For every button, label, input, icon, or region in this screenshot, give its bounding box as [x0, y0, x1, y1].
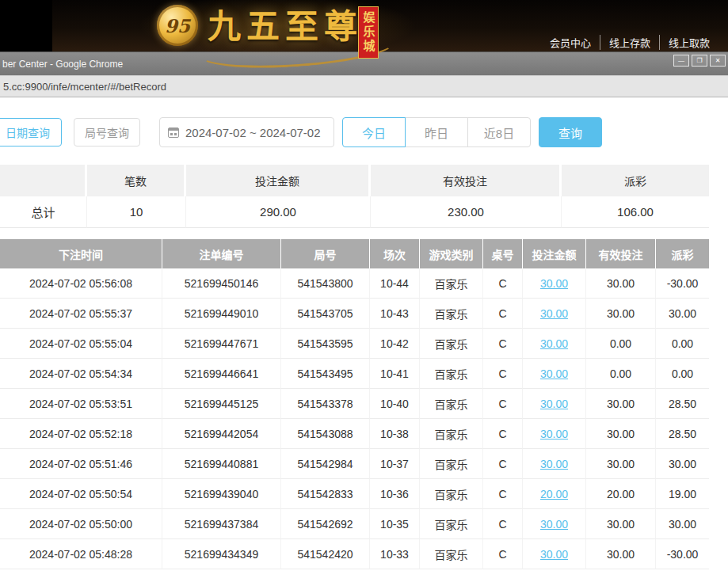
bet-table-no: C	[483, 329, 523, 359]
round-query-tab[interactable]: 局号查询	[74, 118, 140, 146]
nav-online-withdraw[interactable]: 线上取款	[659, 35, 718, 50]
column-header-table-no: 桌号	[483, 239, 523, 268]
bet-amount-link[interactable]: 20.00	[540, 488, 568, 500]
summary-header-payout: 派彩	[562, 165, 709, 196]
bet-amount-link[interactable]: 30.00	[540, 367, 568, 380]
bet-time: 2024-07-02 05:54:34	[0, 359, 162, 389]
bet-game: 百家乐	[420, 449, 483, 479]
bet-order-id: 521699434349	[162, 539, 281, 569]
bet-order-id: 521699437384	[162, 509, 281, 539]
bet-valid: 30.00	[586, 419, 656, 449]
yesterday-button[interactable]: 昨日	[405, 117, 468, 147]
logo-number: 95	[165, 15, 190, 36]
bet-amount-cell: 30.00	[523, 389, 586, 419]
browser-urlbar[interactable]: 5.cc:9900/infe/mcenter/#/betRecord	[0, 75, 728, 97]
close-button[interactable]: ✕	[710, 55, 726, 67]
table-row: 2024-07-02 05:50:54 521699439040 5415428…	[0, 479, 709, 509]
table-row: 2024-07-02 05:48:28 521699434349 5415424…	[0, 539, 709, 569]
column-header-round-id: 局号	[281, 239, 370, 268]
bet-valid: 30.00	[586, 389, 656, 419]
date-range-value: 2024-07-02 ~ 2024-07-02	[185, 126, 321, 139]
maximize-button[interactable]: ❐	[692, 55, 707, 67]
quick-range-group: 今日 昨日 近8日	[342, 117, 531, 147]
bet-session: 10-35	[370, 509, 420, 539]
bet-game: 百家乐	[420, 359, 483, 389]
date-range-picker[interactable]: 2024-07-02 ~ 2024-07-02	[159, 117, 334, 147]
table-row: 2024-07-02 05:50:00 521699437384 5415426…	[0, 509, 709, 539]
bet-table-no: C	[483, 419, 523, 449]
column-header-amount: 投注金额	[523, 239, 586, 268]
bet-table-no: C	[483, 268, 523, 299]
bet-payout: 28.50	[656, 389, 709, 419]
bet-amount-link[interactable]: 30.00	[540, 398, 568, 410]
table-row: 2024-07-02 05:56:08 521699450146 5415438…	[0, 268, 709, 299]
bet-round-id: 541543495	[281, 359, 370, 389]
bet-order-id: 521699439040	[162, 479, 281, 509]
bet-amount-link[interactable]: 30.00	[540, 458, 568, 470]
bet-time: 2024-07-02 05:51:46	[0, 449, 162, 479]
bet-session: 10-40	[370, 389, 420, 419]
table-row: 2024-07-02 05:55:37 521699449010 5415437…	[0, 299, 709, 329]
bet-amount-cell: 30.00	[523, 268, 586, 299]
summary-payout: 106.00	[562, 196, 709, 228]
summary-header-count: 笔数	[87, 165, 186, 196]
search-button[interactable]: 查询	[539, 117, 602, 147]
screen: 95 九五至尊 娱乐城 会员中心线上存款线上取款 ber Center - Go…	[0, 0, 728, 586]
bet-table-no: C	[483, 299, 523, 329]
date-query-tab[interactable]: 日期查询	[0, 118, 62, 146]
minimize-button[interactable]: —	[673, 55, 689, 67]
bet-amount-link[interactable]: 30.00	[540, 277, 568, 290]
today-button[interactable]: 今日	[342, 117, 406, 147]
bet-table-no: C	[483, 539, 523, 569]
bet-payout: 30.00	[656, 299, 709, 329]
site-logo-text: 九五至尊	[208, 8, 363, 46]
bet-table-no: C	[483, 359, 523, 389]
bet-time: 2024-07-02 05:56:08	[0, 268, 162, 299]
bet-payout: 19.00	[656, 479, 709, 509]
bet-session: 10-42	[370, 329, 420, 359]
bet-valid: 0.00	[586, 359, 656, 389]
bet-payout: -30.00	[656, 539, 709, 569]
bet-amount-link[interactable]: 30.00	[540, 428, 568, 440]
bet-amount-link[interactable]: 30.00	[540, 518, 568, 531]
bet-session: 10-33	[370, 539, 420, 569]
column-header-time: 下注时间	[0, 239, 162, 268]
column-header-order-id: 注单编号	[162, 239, 281, 268]
bet-game: 百家乐	[420, 479, 483, 509]
bet-payout: 30.00	[656, 509, 709, 539]
bet-amount-link[interactable]: 30.00	[540, 548, 568, 561]
bet-table-no: C	[483, 479, 523, 509]
bet-time: 2024-07-02 05:48:28	[0, 539, 162, 569]
column-header-game: 游戏类别	[420, 239, 483, 268]
url-text: 5.cc:9900/infe/mcenter/#/betRecord	[3, 81, 166, 93]
last8days-button[interactable]: 近8日	[467, 117, 531, 147]
site-header: 95 九五至尊 娱乐城 会员中心线上存款线上取款	[0, 0, 728, 51]
bet-order-id: 521699446641	[162, 359, 281, 389]
bet-valid: 30.00	[586, 509, 656, 539]
bet-amount-link[interactable]: 30.00	[540, 307, 568, 320]
logo-emblem: 95	[157, 5, 198, 46]
bet-payout: 0.00	[656, 329, 709, 359]
column-header-valid: 有效投注	[586, 239, 656, 268]
calendar-icon	[168, 127, 179, 138]
summary-header-bet-amount: 投注金额	[186, 165, 371, 196]
bet-record-table: 下注时间 注单编号 局号 场次 游戏类别 桌号 投注金额 有效投注 派彩 202…	[0, 239, 709, 569]
bet-session: 10-43	[370, 299, 420, 329]
filter-bar: 日期查询 局号查询 2024-07-02 ~ 2024-07-02 今日 昨日 …	[0, 117, 728, 147]
bet-amount-link[interactable]: 30.00	[540, 337, 568, 350]
bet-session: 10-37	[370, 449, 420, 479]
summary-valid-bet: 230.00	[371, 196, 562, 228]
bet-round-id: 541542420	[281, 539, 370, 569]
bet-session: 10-41	[370, 359, 420, 389]
bet-amount-cell: 30.00	[523, 299, 586, 329]
bet-game: 百家乐	[420, 268, 483, 299]
bet-payout: 28.50	[656, 419, 709, 449]
bet-amount-cell: 30.00	[523, 419, 586, 449]
nav-online-deposit[interactable]: 线上存款	[600, 35, 659, 50]
bet-amount-cell: 30.00	[523, 449, 586, 479]
summary-total-row: 总计 10 290.00 230.00 106.00	[0, 196, 709, 228]
nav-member-center[interactable]: 会员中心	[541, 35, 600, 50]
bet-game: 百家乐	[420, 299, 483, 329]
bet-session: 10-38	[370, 419, 420, 449]
bet-valid: 30.00	[586, 268, 656, 299]
